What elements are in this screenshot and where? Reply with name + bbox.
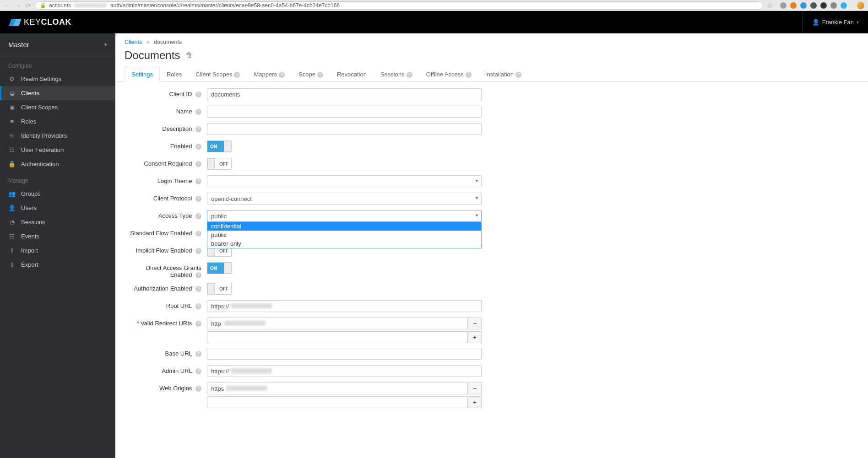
login-theme-select[interactable] <box>207 175 482 187</box>
direct-access-toggle[interactable]: ON <box>207 262 232 274</box>
ext-icon-3[interactable] <box>800 2 807 9</box>
label-name: Name <box>176 108 192 115</box>
label-direct-access: Direct Access Grants Enabled <box>146 264 201 278</box>
access-type-current[interactable]: public <box>207 210 482 222</box>
option-bearer-only[interactable]: bearer-only <box>207 239 481 248</box>
browser-nav-buttons: ← → ⟳ <box>4 2 31 9</box>
sidebar-item-user-federation[interactable]: ☷User Federation <box>0 143 115 157</box>
help-icon[interactable]: ? <box>317 72 323 78</box>
tab-roles[interactable]: Roles <box>160 67 189 82</box>
url-input[interactable]: 🔒 accounts auth/admin/master/console/#/r… <box>35 1 763 10</box>
help-icon[interactable]: ? <box>195 92 201 97</box>
help-icon[interactable]: ? <box>195 248 201 254</box>
sidebar-item-label: User Federation <box>21 146 64 153</box>
user-menu[interactable]: 👤 Frankie Fan ▾ <box>803 11 859 33</box>
help-icon[interactable]: ? <box>195 321 201 327</box>
sidebar-item-import[interactable]: ⇩Import <box>0 243 115 258</box>
sidebar-item-label: Client Scopes <box>21 104 58 111</box>
option-confidential[interactable]: confidential <box>207 222 481 231</box>
sidebar-item-events[interactable]: ☷Events <box>0 229 115 243</box>
bookmark-star-icon[interactable]: ☆ <box>767 2 773 9</box>
ext-icon-6[interactable] <box>830 2 837 9</box>
tab-scope[interactable]: Scope? <box>292 67 330 82</box>
sidebar-item-client-scopes[interactable]: ◉Client Scopes <box>0 100 115 114</box>
tab-revocation[interactable]: Revocation <box>330 67 374 82</box>
web-origins-input-empty[interactable] <box>207 396 468 408</box>
forward-icon[interactable]: → <box>15 2 21 9</box>
reload-icon[interactable]: ⟳ <box>26 2 31 9</box>
sidebar-item-identity-providers[interactable]: ⎋Identity Providers <box>0 129 115 143</box>
help-icon[interactable]: ? <box>195 178 201 184</box>
help-icon[interactable]: ? <box>515 72 521 78</box>
access-type-select[interactable]: public confidential public bearer-only <box>207 210 482 222</box>
ext-icon-5[interactable] <box>820 2 827 9</box>
add-origin-button[interactable]: + <box>468 396 482 408</box>
sidebar-item-roles[interactable]: ≡Roles <box>0 114 115 129</box>
label-authorization-enabled: Authorization Enabled <box>134 285 192 292</box>
valid-redirect-input-empty[interactable] <box>207 331 468 343</box>
ext-icon-2[interactable] <box>790 2 797 9</box>
sidebar-item-label: Sessions <box>21 219 45 226</box>
label-enabled: Enabled <box>170 143 192 150</box>
back-icon[interactable]: ← <box>4 2 10 9</box>
help-icon[interactable]: ? <box>407 72 412 78</box>
label-implicit-flow: Implicit Flow Enabled <box>136 247 192 254</box>
help-icon[interactable]: ? <box>195 213 201 219</box>
help-icon[interactable]: ? <box>279 72 285 78</box>
sidebar-item-export[interactable]: ⇧Export <box>0 258 115 272</box>
ext-icon-4[interactable] <box>810 2 817 9</box>
breadcrumb-parent-link[interactable]: Clients <box>125 39 142 45</box>
ext-icon-7[interactable] <box>841 2 847 9</box>
description-input[interactable] <box>207 123 482 135</box>
sidebar-item-users[interactable]: 👤Users <box>0 201 115 215</box>
remove-origin-button[interactable]: − <box>468 383 482 394</box>
help-icon[interactable]: ? <box>195 231 201 237</box>
tab-installation[interactable]: Installation? <box>478 67 528 82</box>
tab-sessions[interactable]: Sessions? <box>374 67 419 82</box>
help-icon[interactable]: ? <box>195 196 201 202</box>
sidebar-section-manage: Manage <box>0 171 115 187</box>
help-icon[interactable]: ? <box>195 161 201 167</box>
sidebar-item-clients[interactable]: ◒Clients <box>0 86 115 100</box>
help-icon[interactable]: ? <box>195 368 201 374</box>
help-icon[interactable]: ? <box>234 72 240 78</box>
label-root-url: Root URL <box>166 302 192 309</box>
realm-selector[interactable]: Master ▾ <box>0 33 115 56</box>
client-id-input[interactable] <box>207 88 482 100</box>
consent-required-toggle[interactable]: OFF <box>207 158 232 170</box>
help-icon[interactable]: ? <box>466 72 472 78</box>
sidebar-section-configure: Configure <box>0 56 115 72</box>
chrome-profile-avatar[interactable] <box>857 2 864 9</box>
help-icon[interactable]: ? <box>195 144 201 150</box>
add-uri-button[interactable]: + <box>468 331 482 343</box>
sidebar-item-authentication[interactable]: 🔒Authentication <box>0 157 115 171</box>
help-icon[interactable]: ? <box>195 126 201 132</box>
delete-icon[interactable]: 🗑 <box>185 51 193 59</box>
sidebar-item-groups[interactable]: 👥Groups <box>0 187 115 201</box>
authorization-enabled-toggle[interactable]: OFF <box>207 283 232 295</box>
help-icon[interactable]: ? <box>195 272 201 278</box>
help-icon[interactable]: ? <box>195 386 201 392</box>
help-icon[interactable]: ? <box>195 286 201 292</box>
ext-icon-1[interactable] <box>780 2 787 9</box>
tab-offline-access[interactable]: Offline Access? <box>419 67 478 82</box>
user-icon: 👤 <box>812 19 819 26</box>
name-input[interactable] <box>207 106 482 118</box>
tab-settings[interactable]: Settings <box>125 67 160 82</box>
remove-uri-button[interactable]: − <box>468 318 482 329</box>
option-public[interactable]: public <box>207 231 481 239</box>
tab-client-scopes[interactable]: Client Scopes? <box>189 67 247 82</box>
sidebar-item-sessions[interactable]: ◔Sessions <box>0 215 115 229</box>
client-protocol-select[interactable]: openid-connect <box>207 193 482 205</box>
sidebar-item-realm-settings[interactable]: ⚙Realm Settings <box>0 72 115 86</box>
label-client-protocol: Client Protocol <box>153 195 192 202</box>
tab-mappers[interactable]: Mappers? <box>247 67 292 82</box>
help-icon[interactable]: ? <box>195 303 201 309</box>
help-icon[interactable]: ? <box>195 109 201 115</box>
realm-name: Master <box>8 41 29 48</box>
enabled-toggle[interactable]: ON <box>207 140 232 152</box>
base-url-input[interactable] <box>207 348 482 360</box>
help-icon[interactable]: ? <box>195 351 201 357</box>
main-content: Clients » documents Documents 🗑 Settings… <box>115 33 868 458</box>
keycloak-logo[interactable]: KEYCLOAK <box>9 17 71 28</box>
